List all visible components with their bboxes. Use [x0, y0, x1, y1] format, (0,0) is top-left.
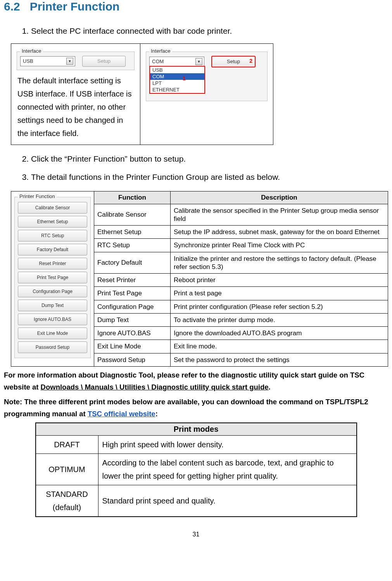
- mode-desc: High print speed with lower density.: [98, 435, 357, 453]
- group-label: Printer Function: [18, 193, 57, 199]
- group-label: Interface: [149, 48, 172, 54]
- btn-exit-line-mode[interactable]: Exit Line Mode: [18, 328, 87, 339]
- mode-name: STANDARD (default): [36, 485, 98, 517]
- table-row: STANDARD (default) Standard print speed …: [36, 485, 357, 517]
- table-row: Ethernet SetupSetup the IP address, subn…: [94, 226, 388, 239]
- btn-print-test-page[interactable]: Print Test Page: [18, 272, 87, 283]
- step-2: Click the “Printer Function” button to s…: [31, 153, 388, 165]
- btn-dump-text[interactable]: Dump Text: [18, 300, 87, 311]
- usb-caption: The default interface setting is USB int…: [14, 72, 138, 142]
- group-label: Interface: [20, 48, 43, 54]
- chevron-down-icon[interactable]: ▼: [195, 58, 202, 65]
- btn-password-setup[interactable]: Password Setup: [18, 341, 87, 353]
- function-group-wrap: Printer Function Calibrate Sensor Ethern…: [11, 191, 388, 367]
- table-row: Exit Line ModeExit line mode.: [94, 340, 388, 353]
- section-heading: 6.2 Printer Function: [4, 0, 388, 13]
- print-modes-table: Print modes DRAFT High print speed with …: [35, 422, 357, 517]
- setup-button-disabled: Setup: [82, 56, 126, 67]
- table-row: DRAFT High print speed with lower densit…: [36, 435, 357, 453]
- table-row: Configuration PagePrint printer configur…: [94, 300, 388, 313]
- table-row: Print Test PagePrint a test page: [94, 287, 388, 300]
- callout-1: 1: [183, 75, 186, 81]
- modes-header: Print modes: [36, 423, 357, 436]
- note-print-modes: Note: The three different print modes be…: [4, 396, 388, 420]
- table-row: Password SetupSet the password to protec…: [94, 353, 388, 366]
- table-row: Factory DefaultInitialize the printer an…: [94, 252, 388, 274]
- mode-desc: According to the label content such as b…: [98, 453, 357, 485]
- option-ethernet[interactable]: ETHERNET: [150, 86, 204, 93]
- option-lpt[interactable]: LPT: [150, 80, 204, 86]
- table-row: OPTIMUM According to the label content s…: [36, 453, 357, 485]
- callout-2: 2: [249, 58, 252, 64]
- tsc-website-link[interactable]: TSC official website: [88, 410, 155, 418]
- col-description: Description: [171, 191, 388, 204]
- mode-desc: Standard print speed and quality.: [98, 485, 357, 517]
- table-row: Ignore AUTO.BASIgnore the downloaded AUT…: [94, 327, 388, 340]
- note-diagnostic: For more information about Diagnostic To…: [4, 369, 388, 393]
- btn-configuration-page[interactable]: Configuration Page: [18, 286, 87, 297]
- chevron-down-icon[interactable]: ▼: [66, 58, 73, 65]
- section-number: 6.2: [4, 0, 20, 13]
- step-1: Select the PC interface connected with b…: [31, 25, 388, 37]
- printer-function-group: Printer Function Calibrate Sensor Ethern…: [14, 197, 91, 358]
- table-row: Calibrate SensorCalibrate the sensor spe…: [94, 204, 388, 226]
- col-function: Function: [94, 191, 171, 204]
- mode-name: OPTIMUM: [36, 453, 98, 485]
- table-row: RTC SetupSynchronize printer Real Time C…: [94, 239, 388, 252]
- interface-group-usb: Interface USB ▼ Setup: [17, 52, 135, 70]
- btn-calibrate-sensor[interactable]: Calibrate Sensor: [18, 202, 87, 214]
- step-3: The detail functions in the Printer Func…: [31, 171, 388, 183]
- page-number: 31: [4, 531, 388, 538]
- interface-dropdown-usb[interactable]: USB ▼: [20, 56, 75, 66]
- interface-dropdown-com[interactable]: COM ▼: [149, 57, 204, 67]
- setup-button[interactable]: Setup: [211, 56, 256, 67]
- dropdown-value: USB: [23, 58, 33, 64]
- option-usb[interactable]: USB: [150, 67, 204, 73]
- section-title-text: Printer Function: [30, 0, 120, 13]
- interface-illustration-table: Interface USB ▼ Setup The default interf…: [11, 43, 273, 145]
- table-row: Dump TextTo activate the printer dump mo…: [94, 313, 388, 326]
- btn-ethernet-setup[interactable]: Ethernet Setup: [18, 216, 87, 228]
- mode-name: DRAFT: [36, 435, 98, 453]
- interface-option-list[interactable]: USB COM LPT ETHERNET: [149, 66, 205, 94]
- interface-group-com: Interface COM ▼ USB COM LPT ETHERNE: [146, 52, 268, 101]
- path-underlined: Downloads \ Manuals \ Utilities \ Diagno…: [41, 383, 269, 391]
- function-description-table: Function Description Calibrate SensorCal…: [94, 191, 388, 366]
- btn-ignore-autobas[interactable]: Ignore AUTO.BAS: [18, 314, 87, 325]
- table-row: Reset PrinterReboot printer: [94, 274, 388, 287]
- btn-factory-default[interactable]: Factory Default: [18, 244, 87, 255]
- btn-rtc-setup[interactable]: RTC Setup: [18, 230, 87, 241]
- option-com[interactable]: COM: [150, 73, 204, 80]
- dropdown-value: COM: [152, 59, 164, 64]
- btn-reset-printer[interactable]: Reset Printer: [18, 258, 87, 269]
